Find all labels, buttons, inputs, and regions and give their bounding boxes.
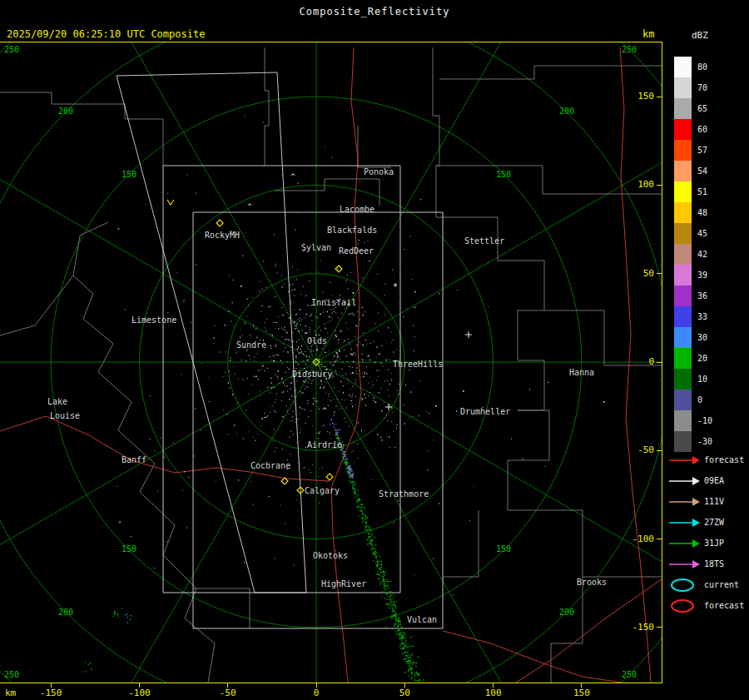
plus-marker-icon bbox=[465, 331, 472, 338]
dbz-color-swatch bbox=[674, 265, 692, 285]
y-axis-tick-label: 50 bbox=[629, 268, 654, 280]
highway-line bbox=[0, 416, 330, 481]
dot-marker-icon bbox=[603, 401, 605, 403]
track-arrow-icon bbox=[667, 534, 702, 554]
radar-app-window: { "window": { "title": "Composite_Reflec… bbox=[0, 0, 749, 700]
dot-marker-icon bbox=[435, 405, 437, 407]
arrow-marker-icon bbox=[167, 200, 174, 205]
dbz-color-swatch bbox=[674, 98, 692, 119]
x-axis-unit-label: km bbox=[5, 688, 16, 698]
ring-distance-label: 150 bbox=[496, 544, 511, 554]
city-label-ponoka: Ponoka bbox=[364, 167, 394, 176]
x-axis-tick-label: -150 bbox=[32, 688, 69, 698]
legend-unit-label: dBZ bbox=[692, 30, 708, 41]
dot-marker-icon bbox=[241, 285, 242, 287]
city-label-banff: Banff bbox=[122, 455, 146, 464]
dbz-value-label: 70 bbox=[697, 77, 734, 98]
caret-marker-icon: ^ bbox=[247, 202, 252, 211]
azimuth-spoke bbox=[0, 141, 316, 362]
dbz-color-swatch bbox=[674, 57, 692, 77]
dbz-color-swatch bbox=[674, 223, 692, 244]
track-arrow-icon bbox=[667, 554, 702, 574]
dbz-value-label: 0 bbox=[697, 390, 734, 410]
track-label: 111V bbox=[704, 492, 724, 512]
ring-distance-label: 150 bbox=[122, 544, 136, 554]
county-boundary-line bbox=[0, 92, 163, 166]
dbz-color-swatch bbox=[674, 202, 692, 223]
county-boundary-line bbox=[436, 166, 662, 194]
x-axis-tick-label: -50 bbox=[210, 688, 246, 698]
dbz-value-label: 80 bbox=[697, 57, 734, 77]
city-label-threehills: ThreeHills bbox=[393, 360, 443, 369]
ellipse-label: current bbox=[704, 575, 739, 595]
azimuth-spoke bbox=[95, 42, 316, 362]
track-arrow-icon bbox=[667, 492, 702, 512]
city-label-sylvan: Sylvan bbox=[301, 243, 331, 252]
county-boundary-line bbox=[508, 410, 549, 510]
window-title: Composite_Reflectivity bbox=[300, 6, 450, 17]
y-axis-tick-label: 0 bbox=[629, 356, 654, 368]
county-boundary-line bbox=[439, 66, 662, 79]
dbz-value-label: 36 bbox=[697, 285, 734, 306]
ring-distance-label: 150 bbox=[496, 170, 511, 179]
track-label: 27ZW bbox=[704, 513, 724, 533]
y-axis-tick-label: -100 bbox=[629, 534, 654, 545]
dbz-value-label: 42 bbox=[697, 244, 734, 265]
dbz-color-swatch bbox=[674, 285, 692, 306]
dbz-color-swatch bbox=[674, 348, 692, 369]
county-boundary-line bbox=[433, 47, 439, 217]
county-boundary-line bbox=[193, 588, 250, 628]
radar-site-diamond-icon bbox=[335, 266, 342, 272]
dbz-value-label: 48 bbox=[697, 202, 734, 223]
azimuth-spoke bbox=[0, 362, 316, 583]
city-label-louise: Louise bbox=[50, 411, 80, 420]
x-axis-tick-label: 100 bbox=[475, 688, 512, 698]
track-label: 31JP bbox=[704, 534, 724, 554]
track-label: 18TS bbox=[704, 554, 724, 574]
track-legend-row: 31JP bbox=[664, 534, 749, 554]
x-axis: km -150-100-50050100150 bbox=[0, 683, 662, 700]
ring-distance-label: 200 bbox=[58, 107, 73, 116]
radar-site-diamond-icon bbox=[326, 474, 333, 480]
city-label-highriver: HighRiver bbox=[321, 579, 366, 588]
city-label-olds: Olds bbox=[307, 336, 327, 345]
azimuth-spoke bbox=[316, 362, 662, 583]
city-label-lacombe: Lacombe bbox=[340, 205, 374, 214]
dbz-color-swatch bbox=[674, 119, 692, 140]
dbz-value-label: 54 bbox=[697, 161, 734, 181]
caret-marker-icon: ^ bbox=[290, 172, 295, 181]
dbz-value-label: 57 bbox=[697, 140, 734, 161]
city-labels: PonokaLacombeBlackfaldsSylvanRedDeerRock… bbox=[47, 167, 607, 624]
dbz-value-label: 39 bbox=[697, 265, 734, 285]
highway-line bbox=[443, 631, 623, 683]
ring-distance-label: 200 bbox=[559, 608, 574, 617]
city-label-cochrane: Cochrane bbox=[250, 461, 290, 470]
ring-distance-label: 200 bbox=[58, 608, 73, 617]
y-axis-tick bbox=[657, 627, 662, 628]
city-label-innisfail: Innisfail bbox=[311, 298, 356, 307]
ellipse-legend-row: forecast bbox=[664, 596, 749, 616]
radar-map-display: 150150150150200200200200250250250250*^^^… bbox=[0, 42, 662, 683]
y-axis-tick bbox=[657, 97, 662, 97]
dbz-value-label: 20 bbox=[697, 348, 734, 369]
radar-site-diamond-icon bbox=[216, 220, 223, 226]
y-axis-tick bbox=[657, 362, 662, 363]
dbz-value-label: 33 bbox=[697, 306, 734, 327]
city-label-brooks: Brooks bbox=[577, 578, 607, 587]
city-label-drumheller: Drumheller bbox=[460, 407, 510, 416]
radar-coverage-boxes bbox=[117, 72, 443, 628]
track-legend-row: 27ZW bbox=[664, 513, 749, 533]
titlebar: Composite_Reflectivity bbox=[0, 6, 749, 17]
y-axis-tick-label: -150 bbox=[629, 622, 654, 633]
city-label-limestone: Limestone bbox=[131, 315, 176, 325]
dbz-color-swatch bbox=[674, 161, 692, 181]
y-axis-tick bbox=[657, 539, 662, 539]
dbz-color-swatch bbox=[674, 369, 692, 390]
dbz-value-label: 51 bbox=[697, 181, 734, 202]
dbz-value-label: -10 bbox=[697, 410, 734, 431]
ellipse-legend-row: current bbox=[664, 575, 749, 595]
dbz-color-swatch bbox=[674, 327, 692, 348]
track-arrow-icon bbox=[667, 450, 702, 470]
city-label-rockymh: RockyMH bbox=[205, 231, 240, 240]
ring-distance-label: 250 bbox=[4, 670, 19, 679]
